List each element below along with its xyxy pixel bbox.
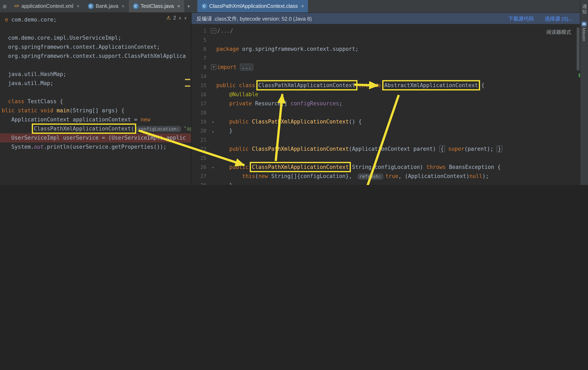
- fold-icon[interactable]: ▴: [210, 127, 216, 136]
- prev-warning-icon[interactable]: ∧: [178, 15, 182, 20]
- editor-tab[interactable]: TestClass.java×: [129, 0, 184, 12]
- code-line: class TestClass {: [0, 97, 191, 106]
- code-text: Resource[]: [255, 100, 291, 106]
- code-text: private: [229, 100, 255, 106]
- left-tab-group: applicationContext.xml×Bank.java×TestCla…: [10, 0, 184, 12]
- warning-count[interactable]: 2: [173, 15, 176, 21]
- code-line: org.springframework.context.support.Clas…: [0, 52, 191, 61]
- line-number: 27: [191, 172, 210, 181]
- tab-label: TestClass.java: [141, 3, 174, 9]
- code-text: public: [229, 118, 252, 125]
- code-text: java.util.Map;: [2, 80, 53, 86]
- code-text: System.: [2, 144, 34, 150]
- maven-toolwindow-button[interactable]: m Maven: [582, 21, 587, 41]
- code-line: 17 private Resource[] configResources;: [191, 99, 580, 108]
- code-text: e: [5, 17, 11, 23]
- parameter-hint: configLocation:: [136, 126, 181, 132]
- editor-tab[interactable]: ClassPathXmlApplicationContext.class×: [197, 0, 308, 12]
- code-text: [216, 91, 229, 97]
- code-line: 6package org.springframework.context.sup…: [191, 45, 580, 54]
- vertical-scrollbar[interactable]: [577, 27, 579, 71]
- code-text: /.../: [217, 28, 233, 34]
- code-text: [216, 146, 229, 152]
- classpathxml-editor[interactable]: 1−/.../56package org.springframework.con…: [191, 24, 580, 185]
- close-tab-icon[interactable]: ×: [77, 3, 79, 9]
- fold-icon[interactable]: ▾: [210, 117, 216, 127]
- code-text: , (ApplicationContext): [398, 173, 469, 179]
- fold-icon[interactable]: −: [211, 28, 216, 33]
- code-editor[interactable]: e com.demo.core; com.demo.core.impl.User…: [0, 13, 191, 185]
- code-editor[interactable]: 1−/.../56package org.springframework.con…: [191, 24, 580, 185]
- fold-icon[interactable]: ▾: [210, 163, 216, 172]
- download-sources-link[interactable]: 下载源代码: [508, 14, 534, 22]
- code-text: class: [8, 98, 27, 105]
- close-tab-icon[interactable]: ×: [301, 3, 304, 9]
- code-line: java.util.HashMap;: [0, 70, 191, 79]
- code-text: [445, 146, 448, 152]
- highlight-box: ClassPathXmlApplicationContext: [258, 82, 355, 88]
- code-line: 22 public ClassPathXmlApplicationContext…: [191, 145, 580, 154]
- right-editor-pane: 反编译 .class文件, bytecode version: 52.0 (Ja…: [191, 13, 580, 185]
- code-line: 7: [191, 54, 580, 63]
- code-text: [216, 173, 242, 179]
- code-line: org.springframework.context.ApplicationC…: [0, 42, 191, 52]
- code-text: }: [497, 145, 502, 152]
- code-text: [216, 100, 229, 106]
- code-line: java.util.Map;: [0, 79, 191, 88]
- code-text: [216, 118, 229, 125]
- class-file-icon: [88, 3, 94, 9]
- code-line: 25: [191, 154, 580, 163]
- code-text: UserServiceImpl userService = (UserServi…: [2, 135, 186, 141]
- code-text: com.demo.core;: [11, 17, 57, 23]
- tab-label: applicationContext.xml: [21, 3, 74, 9]
- code-line: [0, 88, 191, 97]
- left-editor-pane[interactable]: e com.demo.core; com.demo.core.impl.User…: [0, 13, 191, 185]
- code-text: (ApplicationContext parent): [349, 146, 439, 152]
- notifications-toolwindow-button[interactable]: 通知: [581, 4, 587, 15]
- line-number: 18: [191, 108, 210, 117]
- code-line: 28▴ }: [191, 181, 580, 185]
- code-line: 14: [191, 72, 580, 81]
- code-line: e com.demo.core;: [0, 15, 191, 24]
- fold-icon[interactable]: +: [211, 64, 216, 70]
- code-text: (: [255, 173, 258, 179]
- code-text: public: [229, 164, 252, 170]
- code-text: ClassPathXmlApplicationContext: [252, 118, 349, 125]
- line-number: 6: [191, 45, 210, 54]
- tab-label: ClassPathXmlApplicationContext.class: [209, 3, 298, 9]
- editor-tab[interactable]: applicationContext.xml×: [10, 0, 84, 12]
- code-text: () {: [349, 118, 362, 125]
- decompile-banner: 反编译 .class文件, bytecode version: 52.0 (Ja…: [191, 13, 580, 24]
- code-line: 1−/.../: [191, 26, 580, 35]
- line-number: 5: [191, 35, 210, 45]
- code-line: 21: [191, 136, 580, 145]
- code-text: }: [216, 127, 232, 134]
- code-text: new: [258, 173, 271, 179]
- xml-file-icon: [14, 3, 19, 9]
- reader-mode-label[interactable]: 阅读器模式: [546, 28, 571, 35]
- code-text: [2, 126, 34, 132]
- code-line: 27 this(new String[]{configLocation}, re…: [191, 172, 580, 181]
- code-text: configResources: [291, 100, 339, 106]
- code-line: 8+import ...: [191, 63, 580, 72]
- choose-sources-link[interactable]: 选择源 (S)...: [545, 14, 573, 22]
- code-text: [216, 164, 229, 170]
- maven-icon: m: [582, 21, 587, 26]
- fold-icon[interactable]: ▴: [210, 181, 216, 185]
- line-number: 20: [191, 126, 210, 136]
- chevron-down-icon[interactable]: ▾: [187, 3, 190, 9]
- editor-tab[interactable]: Bank.java×: [84, 0, 129, 12]
- code-line: ClassPathXmlApplicationContext(configLoc…: [0, 124, 191, 133]
- close-tab-icon[interactable]: ×: [177, 3, 180, 9]
- line-number: 1: [191, 26, 210, 35]
- close-group-icon[interactable]: ⊗: [2, 3, 7, 9]
- code-line: 15public class ClassPathXmlApplicationCo…: [191, 81, 580, 90]
- code-text: {: [439, 145, 445, 152]
- maven-label: Maven: [582, 28, 587, 41]
- code-text: [2, 17, 5, 23]
- code-text: import: [217, 64, 240, 70]
- next-warning-icon[interactable]: ∨: [184, 15, 187, 20]
- code-line: 19▾ public ClassPathXmlApplicationContex…: [191, 117, 580, 126]
- close-tab-icon[interactable]: ×: [122, 3, 125, 9]
- code-text: "ap: [183, 126, 191, 132]
